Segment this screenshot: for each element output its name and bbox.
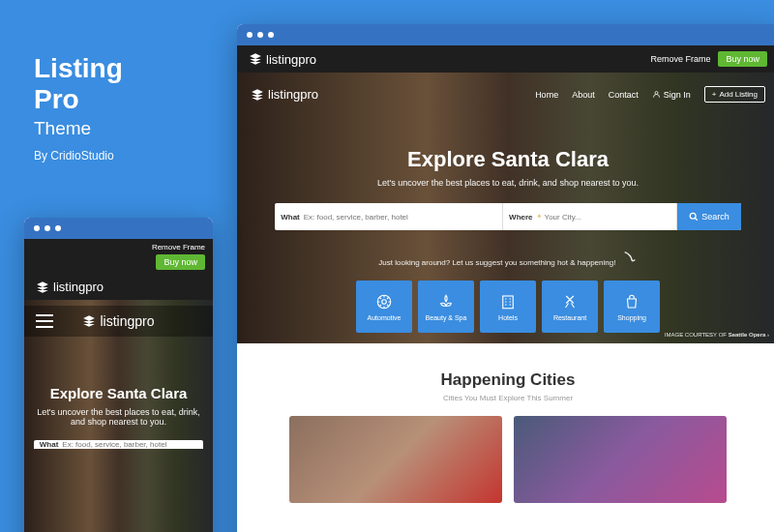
hero-heading: Explore Santa Clara — [237, 147, 774, 172]
plus-icon: + — [712, 90, 717, 99]
frame-strip: listingpro Remove Frame Buy now — [237, 45, 774, 73]
user-icon — [652, 90, 661, 99]
pin-icon: ⌖ — [537, 212, 542, 222]
city-card[interactable] — [514, 416, 727, 503]
brand-logo: listingpro — [36, 280, 104, 294]
promo-title: Listing Pro Theme By CridioStudio — [34, 53, 123, 163]
brand-logo: listingpro — [249, 52, 316, 67]
suggest-text: Just looking around? Let us suggest you … — [237, 250, 774, 267]
search-button[interactable]: Search — [677, 203, 741, 230]
cities-sub: Cities You Must Explore This Summer — [256, 394, 759, 402]
nav-contact[interactable]: Contact — [609, 90, 639, 100]
spa-icon — [437, 293, 455, 310]
window-bar — [24, 218, 213, 239]
hamburger-icon[interactable] — [36, 314, 53, 328]
search-icon — [689, 212, 699, 222]
hero-heading: Explore Santa Clara — [24, 385, 213, 401]
where-input[interactable] — [545, 213, 671, 222]
title-line1: Listing — [34, 53, 123, 84]
nav-home[interactable]: Home — [535, 90, 558, 100]
hero-section: listingpro Explore Santa Clara Let's unc… — [24, 300, 213, 532]
search-what[interactable]: What — [275, 203, 503, 230]
remove-frame-link[interactable]: Remove Frame — [152, 243, 205, 251]
layers-icon — [82, 314, 96, 328]
title-theme: Theme — [34, 118, 123, 139]
search-bar: What — [34, 440, 204, 449]
hero-sub: Let's uncover the best places to eat, dr… — [237, 178, 774, 188]
hero-section: listingpro Home About Contact Sign In +A… — [237, 73, 774, 343]
layers-icon — [251, 88, 264, 102]
nav-about[interactable]: About — [572, 90, 595, 100]
what-input[interactable] — [62, 440, 197, 449]
add-listing-button[interactable]: +Add Listing — [704, 86, 765, 103]
shopping-icon — [623, 293, 640, 310]
svg-rect-4 — [503, 296, 514, 309]
image-credit: IMAGE COURTESY OF Seattle Opera › — [665, 332, 769, 338]
brand-logo: listingpro — [82, 313, 154, 329]
mobile-preview: Remove Frame Buy now listingpro listingp… — [24, 218, 213, 532]
curly-arrow-icon — [622, 250, 638, 265]
city-card[interactable] — [289, 416, 502, 503]
frame-strip: Remove Frame Buy now — [24, 239, 213, 274]
category-automotive[interactable]: Automotive — [356, 281, 412, 333]
cities-section: Happening Cities Cities You Must Explore… — [237, 343, 774, 513]
title-author: By CridioStudio — [34, 149, 123, 163]
svg-point-1 — [691, 213, 697, 219]
category-row: Automotive Beauty & Spa Hotels Restauran… — [237, 281, 774, 333]
buy-now-button[interactable]: Buy now — [718, 51, 767, 67]
brand-strip: listingpro — [24, 274, 213, 300]
category-shopping[interactable]: Shopping — [604, 281, 660, 333]
category-hotels[interactable]: Hotels — [480, 281, 536, 333]
signin-link[interactable]: Sign In — [652, 90, 691, 100]
hero-nav: listingpro Home About Contact Sign In +A… — [237, 80, 774, 108]
layers-icon — [249, 52, 262, 66]
brand-logo: listingpro — [251, 87, 318, 102]
automotive-icon — [375, 293, 393, 310]
search-what[interactable]: What — [34, 440, 204, 449]
search-bar: What Where ⌖ Search — [275, 203, 741, 230]
hotel-icon — [499, 293, 517, 310]
remove-frame-link[interactable]: Remove Frame — [650, 54, 710, 64]
layers-icon — [36, 281, 49, 294]
category-restaurant[interactable]: Restaurant — [542, 281, 598, 333]
svg-point-0 — [655, 92, 658, 95]
hero-sub: Let's uncover the best places to eat, dr… — [24, 407, 213, 427]
cities-title: Happening Cities — [256, 370, 759, 390]
what-input[interactable] — [304, 213, 496, 222]
restaurant-icon — [561, 293, 579, 310]
title-line2: Pro — [34, 84, 123, 115]
svg-point-3 — [382, 299, 387, 304]
search-where[interactable]: Where ⌖ — [503, 203, 677, 230]
window-bar — [237, 24, 774, 45]
desktop-preview: listingpro Remove Frame Buy now listingp… — [237, 24, 774, 532]
category-beauty[interactable]: Beauty & Spa — [418, 281, 474, 333]
buy-now-button[interactable]: Buy now — [156, 254, 205, 270]
